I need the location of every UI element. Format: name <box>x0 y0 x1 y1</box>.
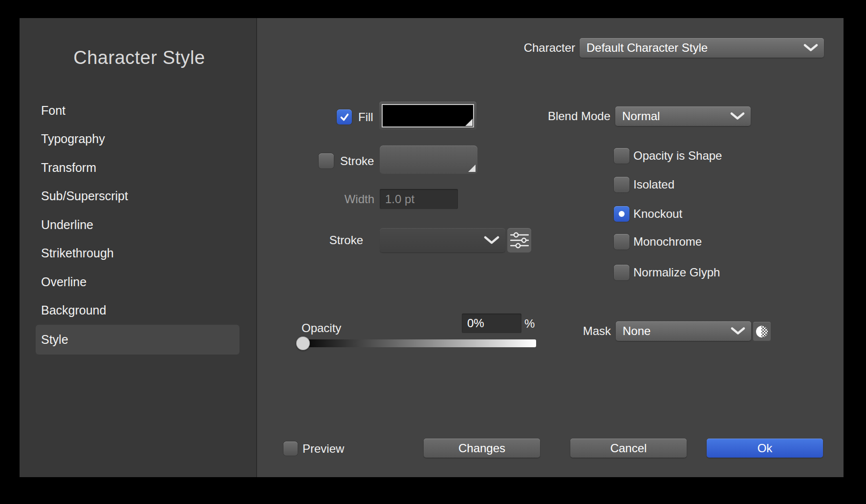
swatch-corner-triangle-icon <box>465 119 473 126</box>
changes-button[interactable]: Changes <box>424 439 540 458</box>
width-value: 1.0 pt <box>385 189 414 209</box>
chevron-down-icon <box>484 236 499 245</box>
character-label: Character <box>489 38 575 58</box>
stroke-settings-button[interactable] <box>507 228 531 252</box>
cancel-button-label: Cancel <box>610 441 647 455</box>
character-style-value: Default Character Style <box>586 38 708 58</box>
sidebar-item-style[interactable]: Style <box>36 325 239 355</box>
changes-button-label: Changes <box>458 441 505 455</box>
stroke-type-select[interactable] <box>380 228 505 252</box>
fill-color-value <box>382 104 474 127</box>
stroke-color-swatch[interactable] <box>380 146 477 174</box>
sidebar-item-background[interactable]: Background <box>36 296 239 324</box>
mask-gradient-icon <box>755 325 769 338</box>
screen: Character Style Font Typography Transfor… <box>0 0 866 504</box>
width-label: Width <box>293 189 374 209</box>
opacity-label: Opacity <box>302 318 341 338</box>
sidebar-item-font[interactable]: Font <box>36 96 239 125</box>
mask-value: None <box>623 321 650 341</box>
cancel-button[interactable]: Cancel <box>570 439 687 458</box>
ok-button[interactable]: Ok <box>707 439 823 458</box>
sidebar-item-overline[interactable]: Overline <box>36 268 239 296</box>
sidebar-item-strikethrough[interactable]: Strikethrough <box>36 239 239 267</box>
mask-preview-button[interactable] <box>753 322 771 341</box>
stroke-label: Stroke <box>340 153 374 168</box>
opacity-value: 0% <box>467 314 484 333</box>
sliders-icon <box>510 232 529 249</box>
fill-checkbox[interactable] <box>337 109 352 125</box>
fill-color-swatch[interactable] <box>379 102 476 130</box>
monochrome-checkbox[interactable] <box>614 234 629 250</box>
checkmark-icon <box>339 112 349 122</box>
character-style-select[interactable]: Default Character Style <box>580 38 824 58</box>
fill-label: Fill <box>358 109 373 125</box>
knockout-checkbox[interactable] <box>614 206 629 222</box>
stroke-type-label: Stroke <box>283 228 363 252</box>
mixed-state-dot-icon <box>619 211 625 217</box>
opacity-slider-thumb[interactable] <box>296 336 310 350</box>
opacity-is-shape-checkbox[interactable] <box>614 148 629 164</box>
chevron-down-icon <box>803 44 818 52</box>
opacity-unit-label: % <box>524 314 535 334</box>
swatch-corner-triangle-icon <box>468 165 476 172</box>
preview-checkbox[interactable] <box>283 441 298 456</box>
normalize-glyph-checkbox[interactable] <box>614 265 629 280</box>
blend-mode-value: Normal <box>622 106 660 126</box>
sidebar-item-typography[interactable]: Typography <box>36 125 239 153</box>
opacity-input[interactable]: 0% <box>462 314 521 333</box>
mask-select[interactable]: None <box>616 321 751 341</box>
blend-mode-select[interactable]: Normal <box>615 106 751 126</box>
sidebar-item-underline[interactable]: Underline <box>36 210 239 239</box>
stroke-checkbox[interactable] <box>319 153 334 168</box>
chevron-down-icon <box>731 327 745 336</box>
dialog-title: Character Style <box>51 45 227 70</box>
chevron-down-icon <box>730 112 745 121</box>
character-style-dialog: Character Style Font Typography Transfor… <box>20 18 844 477</box>
opacity-slider-track[interactable] <box>297 339 536 347</box>
sidebar: Character Style Font Typography Transfor… <box>20 18 257 477</box>
sidebar-item-transform[interactable]: Transform <box>36 153 239 182</box>
ok-button-label: Ok <box>758 441 773 455</box>
width-input[interactable]: 1.0 pt <box>380 189 458 209</box>
sidebar-item-subsuperscript[interactable]: Sub/Superscript <box>36 182 239 210</box>
isolated-checkbox[interactable] <box>614 177 629 192</box>
